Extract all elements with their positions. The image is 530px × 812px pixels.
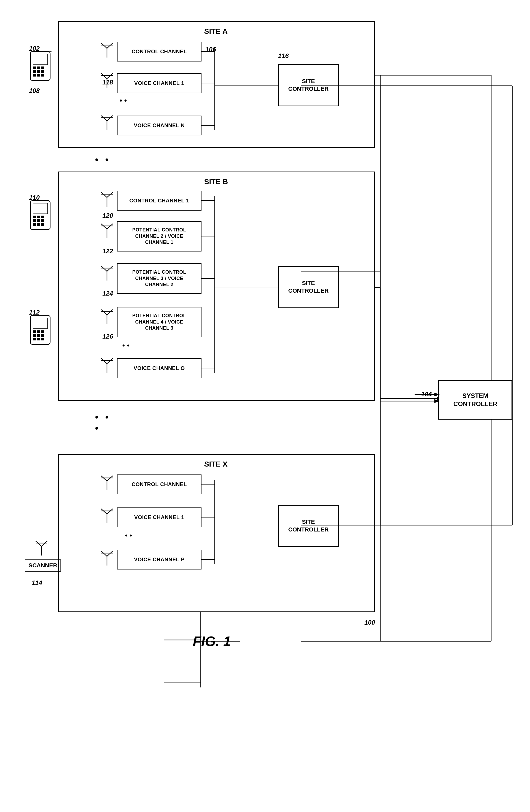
svg-line-63 xyxy=(101,192,107,198)
scanner-antenna xyxy=(34,538,49,558)
svg-rect-105 xyxy=(33,334,36,337)
svg-rect-57 xyxy=(33,74,36,76)
site-controller-x: SITECONTROLLER xyxy=(278,505,339,547)
fig-label: FIG. 1 xyxy=(193,633,231,649)
svg-line-119 xyxy=(107,509,113,514)
site-b-box: SITE B 120 CONTROL CHANNEL 1 xyxy=(58,172,375,401)
svg-rect-58 xyxy=(37,74,40,76)
ref-106: 106 xyxy=(206,46,216,53)
svg-line-118 xyxy=(101,509,107,514)
svg-rect-110 xyxy=(41,338,44,340)
svg-rect-93 xyxy=(41,216,44,218)
svg-rect-56 xyxy=(41,70,44,73)
dots-b-inner: • • xyxy=(122,341,129,350)
site-a-label: SITE A xyxy=(204,27,228,35)
site-a-box: SITE A 116 CONTROL CHANNEL 106 xyxy=(58,21,375,148)
svg-line-33 xyxy=(101,43,107,48)
antenna-b-c2 xyxy=(100,221,114,241)
ref-108: 108 xyxy=(29,87,40,95)
svg-line-34 xyxy=(107,43,113,48)
svg-rect-109 xyxy=(37,338,40,340)
channel-voiceO-b: VOICE CHANNEL O xyxy=(117,358,201,378)
channel-voice1-a: VOICE CHANNEL 1 xyxy=(117,73,201,93)
antenna-a-vN xyxy=(100,113,114,132)
ref-124: 124 xyxy=(102,290,113,297)
ref-118: 118 xyxy=(102,78,113,86)
svg-line-131 xyxy=(36,541,41,546)
svg-line-75 xyxy=(101,309,107,315)
svg-line-123 xyxy=(107,551,113,556)
svg-line-132 xyxy=(41,541,47,546)
svg-line-71 xyxy=(101,266,107,271)
ref-126: 126 xyxy=(102,333,113,340)
system-controller: SYSTEMCONTROLLER xyxy=(438,380,512,420)
svg-rect-94 xyxy=(33,219,36,222)
svg-rect-54 xyxy=(33,70,36,73)
ref-122: 122 xyxy=(102,248,113,255)
mobile-112 xyxy=(29,314,52,347)
svg-rect-102 xyxy=(33,330,36,333)
mobile-102 xyxy=(29,50,52,83)
site-x-label: SITE X xyxy=(204,460,228,468)
antenna-x-ctrl xyxy=(100,473,114,493)
svg-rect-99 xyxy=(41,223,44,226)
svg-line-114 xyxy=(101,476,107,481)
scanner-label: SCANNER xyxy=(25,560,61,571)
svg-line-72 xyxy=(107,266,113,271)
svg-rect-97 xyxy=(33,223,36,226)
channel-ctrl-x: CONTROL CHANNEL xyxy=(117,475,201,494)
svg-line-67 xyxy=(101,224,107,229)
svg-line-38 xyxy=(107,73,113,78)
dots-bx: • •• xyxy=(95,412,111,434)
svg-rect-90 xyxy=(33,203,47,214)
svg-rect-55 xyxy=(37,70,40,73)
svg-line-79 xyxy=(101,358,107,364)
svg-line-42 xyxy=(107,116,113,121)
svg-rect-91 xyxy=(33,216,36,218)
dots-ab: • • xyxy=(95,154,111,165)
ref-116: 116 xyxy=(278,52,289,60)
channel-pot2-b: POTENTIAL CONTROLCHANNEL 2 / VOICECHANNE… xyxy=(117,221,201,251)
svg-rect-50 xyxy=(33,54,47,65)
site-controller-b: SITECONTROLLER xyxy=(278,266,339,308)
svg-line-37 xyxy=(101,73,107,78)
channel-voiceP-x: VOICE CHANNEL P xyxy=(117,550,201,569)
antenna-b-c4 xyxy=(100,307,114,327)
svg-line-80 xyxy=(107,358,113,364)
svg-line-64 xyxy=(107,192,113,198)
channel-voice1-x: VOICE CHANNEL 1 xyxy=(117,507,201,527)
ref-114: 114 xyxy=(32,579,42,586)
svg-line-68 xyxy=(107,224,113,229)
svg-rect-59 xyxy=(41,74,44,76)
antenna-b-c1 xyxy=(100,189,114,209)
channel-pot4-b: POTENTIAL CONTROLCHANNEL 4 / VOICECHANNE… xyxy=(117,307,201,337)
svg-rect-92 xyxy=(37,216,40,218)
svg-rect-104 xyxy=(41,330,44,333)
svg-rect-95 xyxy=(37,219,40,222)
site-b-label: SITE B xyxy=(204,178,228,186)
svg-rect-103 xyxy=(37,330,40,333)
site-x-box: SITE X CONTROL CHANNEL VOICE xyxy=(58,454,375,612)
svg-rect-96 xyxy=(41,219,44,222)
svg-rect-98 xyxy=(37,223,40,226)
antenna-b-vO xyxy=(100,356,114,375)
dots-x-inner: • • xyxy=(125,531,132,540)
svg-line-122 xyxy=(101,551,107,556)
svg-rect-106 xyxy=(37,334,40,337)
svg-line-41 xyxy=(101,116,107,121)
antenna-b-c3 xyxy=(100,263,114,283)
antenna-a-ctrl xyxy=(100,40,114,60)
ref-120: 120 xyxy=(102,212,113,219)
svg-rect-108 xyxy=(33,338,36,340)
svg-line-76 xyxy=(107,309,113,315)
svg-rect-51 xyxy=(33,67,36,69)
site-controller-a: SITECONTROLLER xyxy=(278,64,339,106)
ref-104: 104 xyxy=(421,391,432,398)
svg-rect-52 xyxy=(37,67,40,69)
antenna-x-vP xyxy=(100,548,114,568)
mobile-110 xyxy=(29,199,52,232)
channel-ctrl1-b: CONTROL CHANNEL 1 xyxy=(117,191,201,211)
svg-rect-107 xyxy=(41,334,44,337)
channel-ctrl-a: CONTROL CHANNEL xyxy=(117,42,201,61)
ref-100: 100 xyxy=(364,619,375,626)
